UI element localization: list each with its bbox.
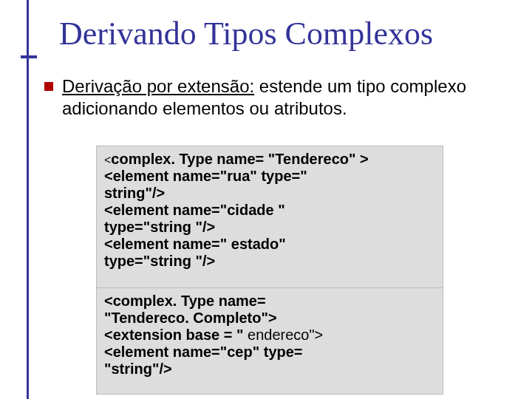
code-line: "Tendereco. Completo"> bbox=[104, 310, 435, 327]
bullet-icon bbox=[44, 82, 53, 91]
code-line: string"/> bbox=[104, 185, 435, 202]
code-stack: <complex. Type name= "Tendereco" > <elem… bbox=[96, 146, 443, 395]
code-box-1: <complex. Type name= "Tendereco" > <elem… bbox=[96, 146, 443, 290]
slide: Derivando Tipos Complexos Derivação por … bbox=[0, 0, 532, 399]
code-line: <element name="cidade " bbox=[104, 202, 435, 219]
code-line: type="string "/> bbox=[104, 219, 435, 236]
code-line: <element name="cep" type= bbox=[104, 344, 435, 361]
bullet-row: Derivação por extensão: estende um tipo … bbox=[44, 75, 502, 120]
code-line: <element name="rua" type=" bbox=[104, 168, 435, 185]
bullet-lead: Derivação por extensão: bbox=[62, 76, 254, 96]
code-box-2: <complex. Type name= "Tendereco. Complet… bbox=[96, 287, 443, 395]
code-line: <element name=" estado" bbox=[104, 236, 435, 253]
accent-tick bbox=[21, 55, 37, 58]
bullet-text: Derivação por extensão: estende um tipo … bbox=[62, 75, 502, 120]
code-line: type="string "/> bbox=[104, 253, 435, 270]
code-line: <complex. Type name= "Tendereco" > bbox=[104, 151, 435, 168]
code-line: <complex. Type name= bbox=[104, 293, 435, 310]
accent-vertical-line bbox=[27, 0, 29, 399]
code-line: <extension base = " endereco"> bbox=[104, 327, 435, 344]
code-line: "string"/> bbox=[104, 361, 435, 378]
body: Derivação por extensão: estende um tipo … bbox=[44, 75, 502, 120]
slide-title: Derivando Tipos Complexos bbox=[59, 15, 433, 52]
